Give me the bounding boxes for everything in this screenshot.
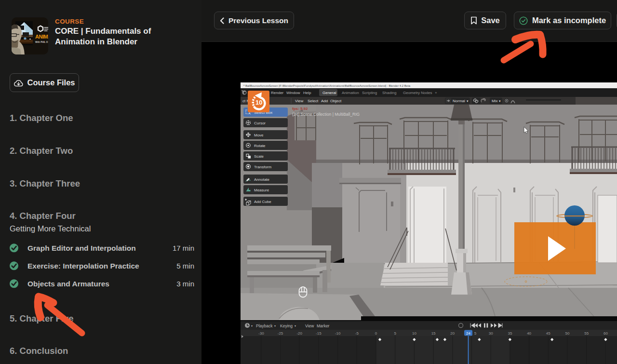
- svg-text:Transform: Transform: [254, 165, 271, 169]
- svg-text:Geometry Nodes: Geometry Nodes: [403, 91, 432, 95]
- svg-text:10: 10: [255, 99, 262, 106]
- svg-text:10: 10: [412, 331, 416, 336]
- svg-text:With PHIL O: With PHIL O: [35, 41, 48, 43]
- svg-text:50: 50: [565, 331, 570, 336]
- svg-text:Window: Window: [286, 91, 300, 95]
- svg-text:Mix: Mix: [492, 99, 497, 103]
- svg-text:+: +: [435, 91, 437, 95]
- svg-text:55: 55: [584, 331, 589, 336]
- svg-text:* BallBounceAcrossScreen [F:\B: * BallBounceAcrossScreen [F:\BlenderProj…: [243, 84, 411, 87]
- svg-text:Object: Object: [330, 99, 342, 103]
- svg-text:30: 30: [489, 331, 493, 336]
- svg-text:View: View: [295, 99, 303, 103]
- svg-text:24: 24: [466, 331, 470, 336]
- svg-text:-10: -10: [335, 331, 341, 336]
- svg-text:-20: -20: [296, 331, 302, 336]
- svg-text:ANIMA: ANIMA: [35, 34, 48, 40]
- svg-text:40: 40: [527, 331, 531, 336]
- svg-text:-5: -5: [355, 331, 359, 336]
- svg-text:Scale: Scale: [254, 154, 264, 159]
- svg-text:Move: Move: [254, 133, 264, 137]
- svg-text:5: 5: [474, 331, 477, 336]
- svg-text:Normal: Normal: [453, 99, 465, 103]
- svg-text:Add: Add: [321, 99, 328, 103]
- svg-text:15: 15: [431, 331, 436, 336]
- svg-text:▾: ▾: [499, 99, 501, 103]
- svg-text:5: 5: [394, 331, 396, 336]
- svg-text:Add Cube: Add Cube: [254, 200, 271, 204]
- svg-text:fps: 5.92: fps: 5.92: [292, 107, 308, 111]
- svg-text:Keying: Keying: [280, 324, 293, 328]
- svg-text:▾: ▾: [251, 324, 253, 327]
- svg-text:35: 35: [508, 331, 512, 336]
- svg-text:-15: -15: [316, 331, 322, 336]
- svg-text:▾: ▾: [467, 99, 469, 103]
- svg-text:Select: Select: [308, 99, 319, 103]
- svg-text:Measure: Measure: [254, 188, 269, 192]
- svg-text:20: 20: [450, 331, 455, 336]
- svg-text:Marker: Marker: [317, 324, 330, 328]
- svg-text:0: 0: [375, 331, 377, 336]
- svg-text:60: 60: [604, 331, 608, 336]
- svg-text:-25: -25: [278, 331, 283, 336]
- svg-text:Help: Help: [303, 91, 311, 95]
- svg-text:▾: ▾: [295, 324, 296, 327]
- svg-text:-30: -30: [258, 331, 264, 336]
- svg-text:Rotate: Rotate: [254, 144, 266, 148]
- svg-text:▾: ▾: [274, 324, 276, 327]
- svg-text:Scripting: Scripting: [362, 91, 377, 95]
- svg-text:Annotate: Annotate: [254, 177, 270, 182]
- svg-text:45: 45: [546, 331, 550, 336]
- svg-text:Render: Render: [271, 91, 284, 95]
- svg-text:Shading: Shading: [382, 91, 396, 95]
- svg-text:Cursor: Cursor: [254, 121, 266, 125]
- svg-text:View: View: [305, 324, 314, 328]
- svg-text:Playback: Playback: [256, 324, 273, 328]
- svg-text:Animation: Animation: [342, 91, 359, 95]
- svg-text:(24) Scene Collection | MultiB: (24) Scene Collection | MultiBall_RIG: [292, 112, 360, 117]
- svg-text:General: General: [322, 91, 336, 95]
